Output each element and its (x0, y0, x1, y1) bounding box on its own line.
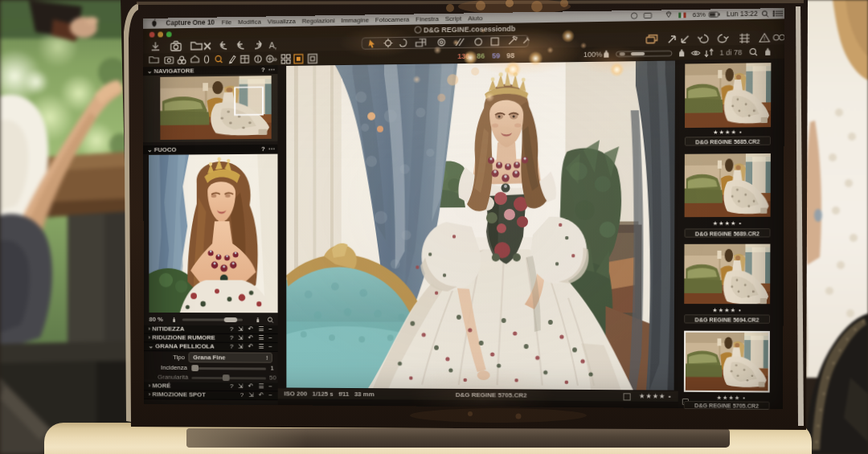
svg-text:63%: 63% (693, 11, 706, 19)
svg-text:1 di 78: 1 di 78 (719, 48, 742, 57)
svg-text:!: ! (764, 35, 765, 41)
svg-text:Lun 13:22: Lun 13:22 (727, 10, 758, 18)
svg-text:A‚: A‚ (269, 40, 277, 50)
svg-text:»: » (273, 55, 277, 63)
svg-text:98: 98 (506, 51, 514, 60)
svg-text:100%: 100% (583, 51, 603, 59)
svg-text:59: 59 (492, 52, 500, 61)
svg-text:86: 86 (477, 52, 485, 61)
svg-text:136: 136 (457, 52, 469, 61)
